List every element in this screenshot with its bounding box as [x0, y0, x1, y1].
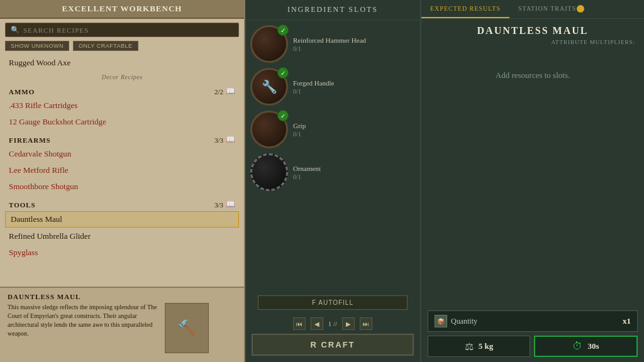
filter-buttons: SHOW UNKNOWN ONLY CRAFTABLE [5, 41, 239, 51]
autofill-button[interactable]: F AUTOFILL [258, 295, 408, 310]
recipe-cedarvale[interactable]: Cedarvale Shotgun [0, 146, 244, 162]
bottom-description: This massive sledge reflects the imposin… [8, 303, 158, 353]
attr-multipliers-label: ATTRIBUTE MULTIPLIERS: [430, 39, 635, 45]
main-container: EXCELLENT WORKBENCH 🔍 SEARCH RECIPES SHO… [0, 0, 644, 362]
slot-name-3: Grip [293, 122, 415, 129]
slot-circle-2: ✓ 🔧 [250, 68, 288, 106]
search-placeholder: SEARCH RECIPES [23, 26, 89, 34]
slot-qty-4: 0/1 [293, 173, 415, 180]
add-resources-message: Add resources to slots. [430, 70, 635, 80]
slot-qty-3: 0/1 [293, 131, 415, 138]
category-tools-name: TOOLS [9, 201, 36, 209]
slot-name-4: Ornament [293, 165, 415, 172]
recipe-refined-umbrella[interactable]: Refined Umbrella Glider [0, 228, 244, 244]
workbench-title: EXCELLENT WORKBENCH [0, 0, 244, 19]
slot-2[interactable]: ✓ 🔧 Forged Handle 0/1 [250, 68, 415, 106]
slot-qty-2: 0/1 [293, 88, 415, 95]
pinned-recipe[interactable]: Rugged Wood Axe [0, 55, 244, 71]
slot-name-1: Reinforced Hammer Head [293, 36, 415, 44]
stats-row: ⚖ 5 kg ⏱ 30s [428, 336, 638, 357]
forged-handle-icon: 🔧 [262, 79, 277, 94]
bottom-info-panel: DAUNTLESS MAUL This massive sledge refle… [0, 287, 244, 362]
nav-last[interactable]: ⏭ [360, 317, 372, 330]
category-tools-count: 3/3 📖 [214, 200, 235, 209]
book-icon-ammo: 📖 [226, 87, 235, 96]
recipe-dauntless-maul-selected[interactable]: Dauntless Maul [5, 211, 239, 228]
weight-icon: ⚖ [465, 341, 474, 353]
item-thumbnail: 🔨 [165, 303, 209, 353]
tab-station-traits[interactable]: STATION TRAITS [509, 0, 585, 18]
filter-show-unknown[interactable]: SHOW UNKNOWN [5, 41, 69, 51]
middle-panel: INGREDIENT SLOTS ✓ Reinforced Hammer Hea… [245, 0, 421, 362]
slot-check-1: ✓ [277, 25, 289, 36]
notification-dot [577, 5, 584, 13]
slot-4[interactable]: Ornament 0/1 [250, 153, 415, 191]
craft-button[interactable]: R CRAFT [252, 334, 414, 356]
right-tabs: EXPECTED RESULTS STATION TRAITS [421, 0, 644, 19]
slot-circle-4 [250, 153, 288, 191]
quantity-value: x1 [623, 316, 631, 326]
slot-1[interactable]: ✓ Reinforced Hammer Head 0/1 [250, 25, 415, 63]
slot-check-2: ✓ [277, 67, 289, 79]
slot-info-2: Forged Handle 0/1 [293, 79, 415, 95]
recipe-smoothbore[interactable]: Smoothbore Shotgun [0, 178, 244, 195]
decor-section-label: Decor Recipes [0, 71, 244, 82]
nav-prev[interactable]: ◀ [311, 317, 323, 330]
bottom-content: This massive sledge reflects the imposin… [8, 303, 236, 353]
tab-expected-results[interactable]: EXPECTED RESULTS [421, 0, 509, 18]
slot-info-1: Reinforced Hammer Head 0/1 [293, 36, 415, 52]
left-panel: EXCELLENT WORKBENCH 🔍 SEARCH RECIPES SHO… [0, 0, 245, 362]
recipe-12-gauge[interactable]: 12 Gauge Buckshot Cartridge [0, 114, 244, 130]
time-icon: ⏱ [572, 341, 582, 352]
category-ammo-header: AMMO 2/2 📖 [0, 84, 244, 97]
recipe-lee-metford[interactable]: Lee Metford Rifle [0, 162, 244, 178]
right-panel: EXPECTED RESULTS STATION TRAITS DAUNTLES… [421, 0, 644, 362]
quantity-icon: 📦 [435, 315, 447, 327]
right-content: DAUNTLESS MAUL ATTRIBUTE MULTIPLIERS: Ad… [421, 19, 644, 305]
category-ammo-count: 2/2 📖 [214, 87, 235, 96]
bottom-item-title: DAUNTLESS MAUL [8, 293, 236, 300]
search-icon: 🔍 [11, 26, 19, 34]
search-bar[interactable]: 🔍 SEARCH RECIPES [5, 23, 239, 37]
category-tools-header: TOOLS 3/3 📖 [0, 197, 244, 211]
quantity-label: 📦 Quantity [435, 315, 477, 327]
ingredient-slots-list: ✓ Reinforced Hammer Head 0/1 ✓ 🔧 Forged … [245, 20, 420, 295]
slot-check-3: ✓ [277, 110, 289, 121]
category-firearms-name: FIREARMS [9, 136, 51, 144]
page-indicator: 1 // [328, 320, 337, 327]
slot-circle-1: ✓ [250, 25, 288, 63]
book-icon-tools: 📖 [226, 200, 235, 209]
weight-value: 5 kg [479, 341, 493, 351]
category-firearms-header: FIREARMS 3/3 📖 [0, 133, 244, 146]
slot-qty-1: 0/1 [293, 45, 415, 52]
nav-next[interactable]: ▶ [342, 317, 355, 330]
result-title: DAUNTLESS MAUL [430, 25, 635, 36]
nav-first[interactable]: ⏮ [293, 317, 306, 330]
quantity-row: 📦 Quantity x1 [428, 310, 638, 332]
slot-circle-3: ✓ [250, 111, 288, 148]
weight-box: ⚖ 5 kg [428, 336, 530, 357]
slot-name-2: Forged Handle [293, 79, 415, 87]
bottom-right-controls: 📦 Quantity x1 ⚖ 5 kg ⏱ 30s [421, 305, 644, 362]
recipe-spyglass[interactable]: Spyglass [0, 244, 244, 261]
slot-info-3: Grip 0/1 [293, 122, 415, 138]
nav-arrows: ⏮ ◀ 1 // ▶ ⏭ [245, 314, 420, 334]
recipe-433-rifle[interactable]: .433 Rifle Cartridges [0, 97, 244, 114]
category-ammo-name: AMMO [9, 88, 35, 96]
slot-3[interactable]: ✓ Grip 0/1 [250, 111, 415, 148]
filter-only-craftable[interactable]: ONLY CRAFTABLE [73, 41, 138, 51]
time-box: ⏱ 30s [534, 336, 638, 357]
slot-info-4: Ornament 0/1 [293, 165, 415, 180]
time-value: 30s [587, 341, 599, 351]
category-firearms-count: 3/3 📖 [214, 135, 235, 145]
ingredient-slots-title: INGREDIENT SLOTS [245, 0, 420, 20]
book-icon-firearms: 📖 [226, 135, 235, 145]
